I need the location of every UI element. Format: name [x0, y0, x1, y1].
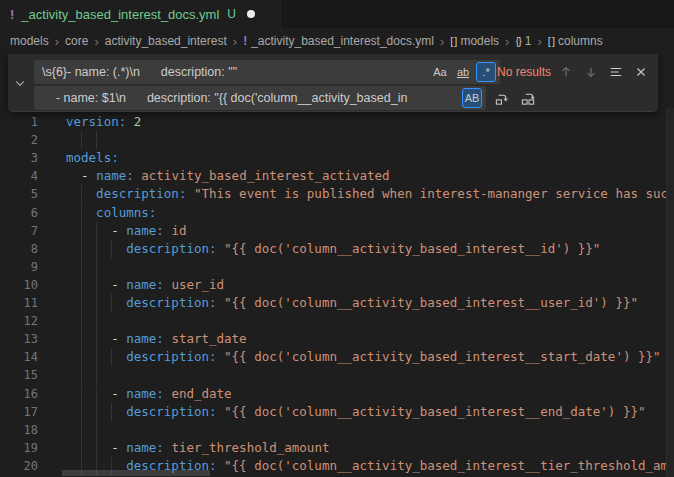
line-number[interactable]: 3: [0, 149, 38, 167]
code-line[interactable]: 16 - name: end_date: [0, 385, 666, 403]
indent-guide: [96, 131, 97, 149]
line-number[interactable]: 8: [0, 240, 38, 258]
code-text: - name: user_id: [66, 276, 666, 294]
match-case-button[interactable]: Aa: [430, 62, 450, 82]
token-s: user_id: [171, 277, 224, 292]
find-nav-controls: [559, 60, 648, 84]
code-line[interactable]: 1version: 2: [0, 113, 666, 131]
breadcrumb-item[interactable]: [ ]models: [450, 34, 499, 48]
indent-guide: [81, 312, 82, 330]
token-s: "{{ doc('column__activity_based_interest…: [224, 349, 661, 364]
regex-button[interactable]: .*: [476, 62, 496, 82]
line-number[interactable]: 4: [0, 167, 38, 185]
token-w: [66, 349, 126, 364]
line-number[interactable]: 7: [0, 222, 38, 240]
breadcrumb-separator: ›: [505, 34, 509, 49]
line-number[interactable]: 20: [0, 457, 38, 475]
breadcrumb-item[interactable]: !_activity_based_interest_docs.yml: [243, 34, 434, 48]
token-w: [217, 241, 225, 256]
code-line[interactable]: 17 description: "{{ doc('column__activit…: [0, 403, 666, 421]
previous-match-button[interactable]: [559, 65, 573, 79]
token-k: description:: [126, 241, 216, 256]
breadcrumb: models›core›activity_based_interest›!_ac…: [0, 28, 674, 54]
indent-guide: [81, 366, 82, 384]
replace-input[interactable]: - name: $1\n description: "{{ doc('colum…: [34, 86, 486, 110]
breadcrumb-item[interactable]: models: [10, 34, 49, 48]
replace-all-button[interactable]: [521, 91, 536, 106]
line-number[interactable]: 18: [0, 421, 38, 439]
code-line[interactable]: 13 - name: start_date: [0, 330, 666, 348]
whole-word-button[interactable]: ab: [453, 62, 473, 82]
token-p: -: [81, 168, 96, 183]
code-line[interactable]: 6 columns:: [0, 204, 666, 222]
token-w: [66, 241, 126, 256]
token-w: [66, 223, 111, 238]
line-number[interactable]: 16: [0, 385, 38, 403]
token-p: -: [111, 277, 126, 292]
tab-active-yaml-file[interactable]: ! _activity_based_interest_docs.yml U: [0, 0, 283, 28]
breadcrumb-item[interactable]: core: [65, 34, 88, 48]
replace-button[interactable]: [494, 91, 509, 106]
code-line[interactable]: 18: [0, 421, 666, 439]
next-match-button[interactable]: [584, 65, 598, 79]
line-number[interactable]: 15: [0, 366, 38, 384]
code-text: - name: tier_threshold_amount: [66, 439, 666, 457]
token-w: [186, 186, 194, 201]
code-text: version: 2: [66, 113, 666, 131]
code-line[interactable]: 4 - name: activity_based_interest_activa…: [0, 167, 666, 185]
token-k: version:: [66, 114, 126, 129]
code-line[interactable]: 19 - name: tier_threshold_amount: [0, 439, 666, 457]
line-number[interactable]: 12: [0, 312, 38, 330]
breadcrumb-label: core: [65, 34, 88, 48]
toggle-replace-chevron-icon[interactable]: [8, 54, 32, 111]
line-number[interactable]: 10: [0, 276, 38, 294]
replace-input-value: - name: $1\n description: "{{ doc('colum…: [42, 91, 459, 105]
token-s: "{{ doc('column__activity_based_interest…: [224, 404, 645, 419]
code-line[interactable]: 11 description: "{{ doc('column__activit…: [0, 294, 666, 312]
token-w: [66, 331, 111, 346]
line-number[interactable]: 1: [0, 113, 38, 131]
find-in-selection-button[interactable]: [609, 65, 623, 79]
code-line[interactable]: 15: [0, 366, 666, 384]
line-number[interactable]: 9: [0, 258, 38, 276]
line-number[interactable]: 14: [0, 348, 38, 366]
code-line[interactable]: 12: [0, 312, 666, 330]
preserve-case-button[interactable]: AB: [462, 88, 482, 108]
code-text: models:: [66, 149, 666, 167]
breadcrumb-label: models: [460, 34, 499, 48]
line-number[interactable]: 6: [0, 204, 38, 222]
code-line[interactable]: 3models:: [0, 149, 666, 167]
code-line[interactable]: 9: [0, 258, 666, 276]
vertical-scrollbar[interactable]: [666, 108, 674, 477]
code-text: - name: activity_based_interest_activate…: [66, 167, 666, 185]
line-number[interactable]: 11: [0, 294, 38, 312]
token-k: name:: [126, 386, 164, 401]
editor[interactable]: 1version: 223models:4 - name: activity_b…: [0, 54, 674, 477]
horizontal-scrollbar-thumb[interactable]: [62, 470, 210, 476]
breadcrumb-item[interactable]: activity_based_interest: [105, 34, 227, 48]
code-line[interactable]: 10 - name: user_id: [0, 276, 666, 294]
indent-guide: [96, 421, 97, 439]
code-line[interactable]: 7 - name: id: [0, 222, 666, 240]
token-w: [66, 277, 111, 292]
line-number[interactable]: 13: [0, 330, 38, 348]
close-find-widget-button[interactable]: [634, 65, 648, 79]
token-s: "This event is published when interest-m…: [194, 186, 666, 201]
line-number[interactable]: 19: [0, 439, 38, 457]
breadcrumb-item[interactable]: {}1: [515, 34, 531, 48]
breadcrumb-separator: ›: [440, 34, 444, 49]
token-s: "{{ doc('column__activity_based_interest…: [224, 458, 666, 473]
code-text: description: "This event is published wh…: [66, 185, 666, 203]
line-number[interactable]: 2: [0, 131, 38, 149]
breadcrumb-item[interactable]: [ ]columns: [548, 34, 603, 48]
token-p: -: [111, 331, 126, 346]
line-number[interactable]: 17: [0, 403, 38, 421]
line-number[interactable]: 5: [0, 185, 38, 203]
unsaved-changes-dot[interactable]: [247, 10, 255, 18]
code-line[interactable]: 14 description: "{{ doc('column__activit…: [0, 348, 666, 366]
code-line[interactable]: 8 description: "{{ doc('column__activity…: [0, 240, 666, 258]
code-line[interactable]: 5 description: "This event is published …: [0, 185, 666, 203]
code-line[interactable]: 2: [0, 131, 666, 149]
git-status-untracked-badge: U: [227, 7, 236, 21]
find-input[interactable]: \s{6}- name: (.*)\n description: "" Aa a…: [34, 60, 500, 84]
